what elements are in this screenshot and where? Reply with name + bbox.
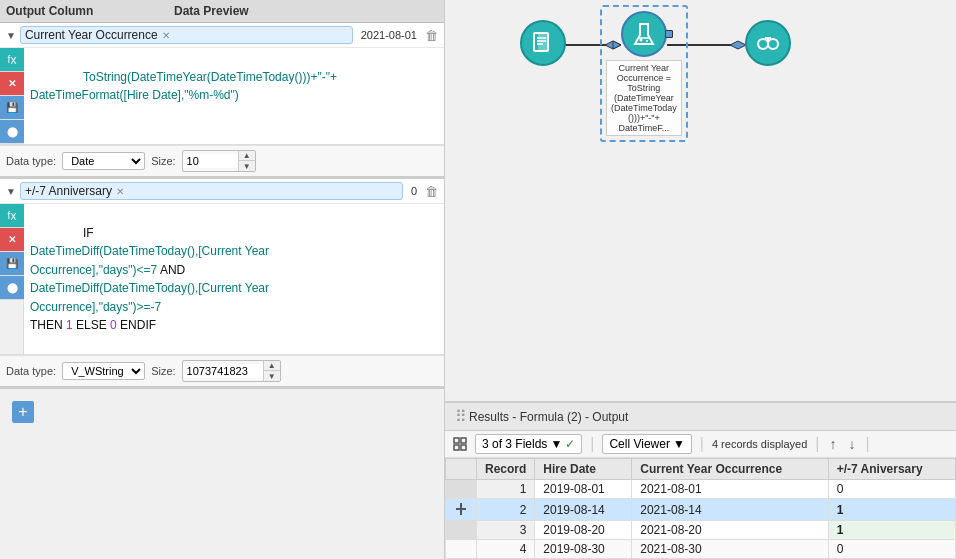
row-checkbox[interactable] [446, 480, 477, 499]
size-spinner-1[interactable]: ▲ ▼ [182, 150, 256, 172]
fields-selector-btn[interactable]: 3 of 3 Fields ▼ ✓ [475, 434, 582, 454]
trash-icon-2[interactable]: 🗑 [425, 184, 438, 199]
formula-code-1[interactable]: ToString(DateTimeYear(DateTimeToday()))+… [24, 48, 444, 144]
x-btn-1[interactable]: ✕ [0, 72, 24, 96]
formula-section-1: fx ✕ 💾 ⬤ ToString(DateTimeYear(DateTimeT… [0, 48, 444, 145]
size-up-2[interactable]: ▲ [264, 361, 280, 371]
hire-date-cell: 2019-08-01 [535, 480, 632, 499]
occurrence-cell: 2021-08-20 [632, 521, 828, 540]
fx-btn-1[interactable]: fx [0, 48, 24, 72]
record-col-header[interactable]: Record [477, 459, 535, 480]
table-body: 12019-08-012021-08-01022019-08-142021-08… [446, 480, 956, 559]
occurrence-col-header[interactable]: Current Year Occurrence [632, 459, 828, 480]
output-col-header: Output Column [6, 4, 166, 18]
field-tag-1[interactable]: Current Year Occurrence ✕ [20, 26, 353, 44]
field-tag-2[interactable]: +/-7 Anniversary ✕ [20, 182, 403, 200]
row-checkbox[interactable] [446, 521, 477, 540]
hire-date-col-header[interactable]: Hire Date [535, 459, 632, 480]
sort-down-btn[interactable]: ↓ [846, 434, 857, 454]
row-checkbox[interactable] [446, 540, 477, 559]
hire-date-cell: 2019-08-14 [535, 499, 632, 521]
input-node-icon [520, 20, 566, 66]
formula-code-2[interactable]: IF DateTimeDiff(DateTimeToday(),[Current… [24, 204, 444, 354]
svg-rect-6 [538, 33, 548, 51]
input-node[interactable] [520, 20, 566, 66]
dtype-label-1: Data type: [6, 155, 56, 167]
svg-rect-17 [461, 438, 466, 443]
output-node[interactable] [745, 20, 791, 66]
row-checkbox[interactable] [446, 499, 477, 521]
formula-node-wrapper[interactable]: Current YearOccurrence =ToString(DateTim… [600, 5, 688, 142]
size-spinners-2: ▲ ▼ [263, 361, 280, 381]
dtype-label-2: Data type: [6, 365, 56, 377]
formula-node[interactable]: Current YearOccurrence =ToString(DateTim… [606, 11, 682, 136]
cell-viewer-btn[interactable]: Cell Viewer ▼ [602, 434, 691, 454]
table-container: Record Hire Date Current Year Occurrence… [445, 458, 956, 559]
size-label-1: Size: [151, 155, 175, 167]
svg-rect-16 [454, 438, 459, 443]
add-formula-button[interactable]: + [12, 401, 34, 423]
anniversary-col-header[interactable]: +/-7 Aniversary [828, 459, 955, 480]
separator-4: | [865, 435, 869, 453]
save-btn-1[interactable]: 💾 [0, 96, 24, 120]
table-row[interactable]: 42019-08-302021-08-300 [446, 540, 956, 559]
table-row[interactable]: 22019-08-142021-08-141 [446, 499, 956, 521]
data-preview-header: Data Preview [174, 4, 438, 18]
trash-icon-1[interactable]: 🗑 [425, 28, 438, 43]
fields-check-icon: ✓ [565, 437, 575, 451]
record-num: 3 [477, 521, 535, 540]
field-close-2[interactable]: ✕ [116, 186, 124, 197]
x-btn-2[interactable]: ✕ [0, 228, 24, 252]
dtype-select-1[interactable]: Date String V_WString [62, 152, 145, 170]
formula-side-btns-1: fx ✕ 💾 ⬤ [0, 48, 24, 144]
drag-handle-dots: ⠿ [455, 407, 465, 426]
sort-up-btn[interactable]: ↑ [827, 434, 838, 454]
size-up-1[interactable]: ▲ [239, 151, 255, 161]
records-count: 4 records displayed [712, 438, 807, 450]
db-btn-1[interactable]: ⬤ [0, 120, 24, 144]
hire-date-cell: 2019-08-20 [535, 521, 632, 540]
field-preview-2: 0 [407, 184, 421, 198]
left-panel: Output Column Data Preview ▼ Current Yea… [0, 0, 445, 559]
size-input-1[interactable] [183, 154, 238, 168]
size-spinner-2[interactable]: ▲ ▼ [182, 360, 281, 382]
panel-header: Output Column Data Preview [0, 0, 444, 23]
output-node-icon [745, 20, 791, 66]
hire-date-cell: 2019-08-30 [535, 540, 632, 559]
svg-point-12 [758, 39, 768, 49]
svg-marker-20 [456, 503, 466, 515]
field-preview-1: 2021-08-01 [357, 28, 421, 42]
right-panel: Current YearOccurrence =ToString(DateTim… [445, 0, 956, 559]
field-row-1: ▼ Current Year Occurrence ✕ 2021-08-01 🗑 [0, 23, 444, 48]
fields-dropdown-arrow: ▼ [550, 437, 562, 451]
check-col-header [446, 459, 477, 480]
field-name-1: Current Year Occurrence [25, 28, 158, 42]
size-down-1[interactable]: ▼ [239, 161, 255, 171]
table-header-row: Record Hire Date Current Year Occurrence… [446, 459, 956, 480]
anniversary-cell: 1 [828, 499, 955, 521]
svg-point-11 [646, 40, 648, 42]
fx-btn-2[interactable]: fx [0, 204, 24, 228]
formula-node-label: Current YearOccurrence =ToString(DateTim… [606, 60, 682, 136]
canvas-area[interactable]: Current YearOccurrence =ToString(DateTim… [445, 0, 956, 401]
db-btn-2[interactable]: ⬤ [0, 276, 24, 300]
record-num: 2 [477, 499, 535, 521]
grid-view-btn[interactable] [453, 437, 467, 451]
occurrence-cell: 2021-08-14 [632, 499, 828, 521]
size-input-2[interactable] [183, 364, 263, 378]
results-toolbar: 3 of 3 Fields ▼ ✓ | Cell Viewer ▼ | 4 re… [445, 431, 956, 458]
size-down-2[interactable]: ▼ [264, 371, 280, 381]
save-btn-2[interactable]: 💾 [0, 252, 24, 276]
record-num: 1 [477, 480, 535, 499]
results-table: Record Hire Date Current Year Occurrence… [445, 458, 956, 559]
table-row[interactable]: 12019-08-012021-08-010 [446, 480, 956, 499]
formula-side-btns-2: fx ✕ 💾 ⬤ [0, 204, 24, 354]
dtype-select-2[interactable]: V_WString Date String [62, 362, 145, 380]
anniversary-cell: 1 [828, 521, 955, 540]
expand-arrow-2[interactable]: ▼ [6, 186, 16, 197]
viewer-dropdown-arrow: ▼ [673, 437, 685, 451]
separator-2: | [700, 435, 704, 453]
table-row[interactable]: 32019-08-202021-08-201 [446, 521, 956, 540]
expand-arrow-1[interactable]: ▼ [6, 30, 16, 41]
field-close-1[interactable]: ✕ [162, 30, 170, 41]
